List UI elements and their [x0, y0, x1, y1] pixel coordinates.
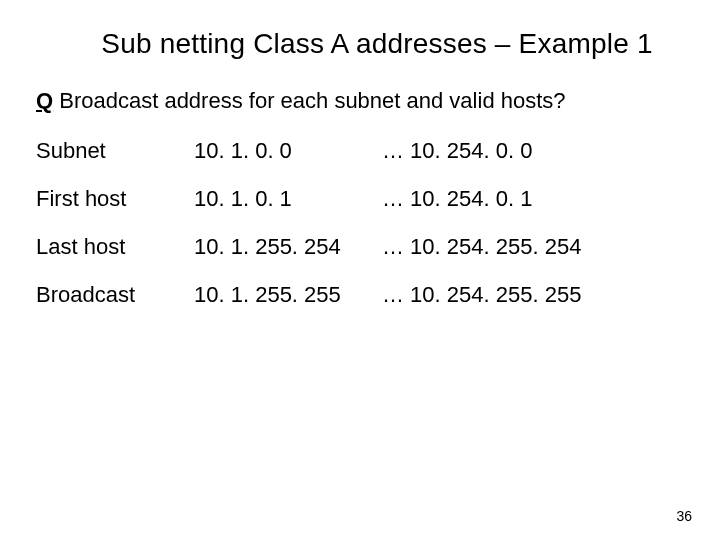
row-label: Subnet	[36, 138, 194, 186]
row-col-b: … 10. 254. 255. 255	[382, 282, 600, 330]
table-row: First host 10. 1. 0. 1 … 10. 254. 0. 1	[36, 186, 600, 234]
question-text: Broadcast address for each subnet and va…	[53, 88, 565, 113]
row-col-a: 10. 1. 0. 0	[194, 138, 382, 186]
row-label: Last host	[36, 234, 194, 282]
row-col-a: 10. 1. 0. 1	[194, 186, 382, 234]
row-col-a: 10. 1. 255. 255	[194, 282, 382, 330]
question-prefix: Q	[36, 88, 53, 113]
row-col-b: … 10. 254. 255. 254	[382, 234, 600, 282]
table-row: Last host 10. 1. 255. 254 … 10. 254. 255…	[36, 234, 600, 282]
row-col-b: … 10. 254. 0. 0	[382, 138, 600, 186]
table-row: Broadcast 10. 1. 255. 255 … 10. 254. 255…	[36, 282, 600, 330]
row-col-a: 10. 1. 255. 254	[194, 234, 382, 282]
row-label: First host	[36, 186, 194, 234]
page-number: 36	[676, 508, 692, 524]
row-label: Broadcast	[36, 282, 194, 330]
table-row: Subnet 10. 1. 0. 0 … 10. 254. 0. 0	[36, 138, 600, 186]
slide: Sub netting Class A addresses – Example …	[0, 0, 720, 540]
question-line: Q Broadcast address for each subnet and …	[36, 88, 684, 114]
slide-title: Sub netting Class A addresses – Example …	[70, 28, 684, 60]
subnet-table: Subnet 10. 1. 0. 0 … 10. 254. 0. 0 First…	[36, 138, 600, 330]
row-col-b: … 10. 254. 0. 1	[382, 186, 600, 234]
